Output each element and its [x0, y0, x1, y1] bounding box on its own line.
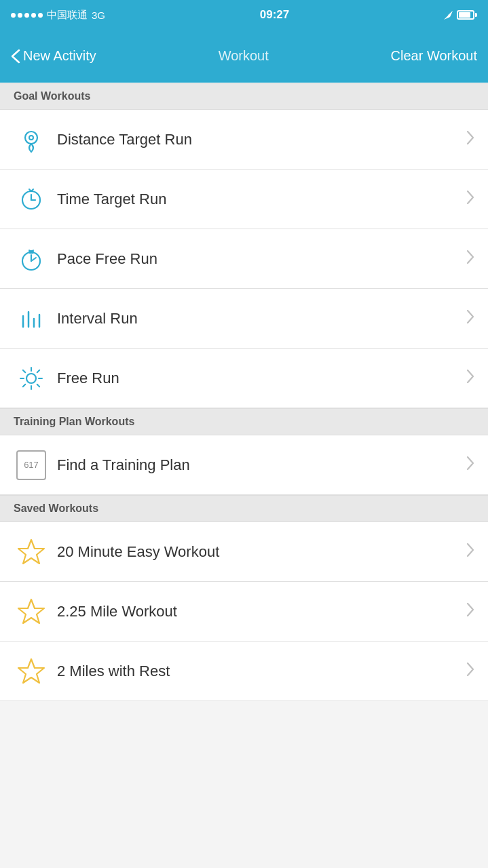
star-icon	[14, 597, 49, 627]
interval-icon	[14, 305, 49, 332]
status-right	[444, 10, 477, 20]
distance-target-run-label: Distance Target Run	[57, 131, 461, 149]
chevron-icon	[466, 369, 474, 388]
pace-clock-icon	[14, 245, 49, 273]
back-chevron-icon	[11, 49, 20, 64]
find-training-plan-label: Find a Training Plan	[57, 456, 461, 474]
svg-marker-29	[18, 540, 44, 564]
list-item-distance-target-run[interactable]: Distance Target Run	[0, 110, 488, 170]
svg-line-25	[23, 370, 26, 372]
list-item-find-training-plan[interactable]: 617 Find a Training Plan	[0, 435, 488, 495]
list-item-interval-run[interactable]: Interval Run	[0, 289, 488, 349]
back-button[interactable]: New Activity	[11, 48, 96, 64]
bottom-area	[0, 701, 488, 868]
svg-line-28	[23, 384, 26, 387]
list-item-2-miles-rest[interactable]: 2 Miles with Rest	[0, 642, 488, 701]
chevron-icon	[466, 250, 474, 269]
svg-marker-30	[18, 599, 44, 623]
chevron-icon	[466, 662, 474, 681]
svg-point-20	[26, 374, 36, 383]
plan-box-icon: 617	[14, 450, 49, 480]
star-icon	[14, 656, 49, 686]
svg-line-27	[37, 370, 40, 372]
star-icon	[14, 537, 49, 567]
chevron-icon	[466, 309, 474, 328]
20-minute-easy-workout-label: 20 Minute Easy Workout	[57, 543, 461, 561]
chevron-icon	[466, 542, 474, 561]
status-bar: 中国联通 3G 09:27	[0, 0, 488, 30]
list-item-225-mile-workout[interactable]: 2.25 Mile Workout	[0, 582, 488, 642]
free-run-label: Free Run	[57, 370, 461, 387]
2-miles-rest-label: 2 Miles with Rest	[57, 663, 461, 680]
list-item-time-target-run[interactable]: Time Target Run	[0, 170, 488, 229]
section-header-goal-workouts: Goal Workouts	[0, 83, 488, 110]
section-header-saved-workouts: Saved Workouts	[0, 495, 488, 522]
sun-icon	[14, 365, 49, 392]
chevron-icon	[466, 456, 474, 475]
clear-workout-button[interactable]: Clear Workout	[391, 48, 477, 64]
location-icon	[444, 11, 453, 20]
clock-icon	[14, 186, 49, 213]
nav-title: Workout	[219, 48, 269, 64]
network-label: 3G	[92, 9, 105, 21]
nav-bar: New Activity Workout Clear Workout	[0, 30, 488, 83]
chevron-icon	[466, 130, 474, 149]
status-left: 中国联通 3G	[11, 9, 105, 22]
pin-icon	[14, 126, 49, 153]
list-item-20-minute-easy-workout[interactable]: 20 Minute Easy Workout	[0, 522, 488, 582]
chevron-icon	[466, 190, 474, 209]
svg-marker-31	[18, 659, 44, 683]
svg-point-2	[25, 132, 37, 144]
list-item-free-run[interactable]: Free Run	[0, 349, 488, 408]
battery-icon	[457, 10, 477, 20]
interval-run-label: Interval Run	[57, 310, 461, 328]
svg-point-3	[29, 136, 33, 140]
225-mile-workout-label: 2.25 Mile Workout	[57, 603, 461, 620]
time-display: 09:27	[260, 8, 289, 22]
signal-dots	[11, 13, 43, 18]
pace-free-run-label: Pace Free Run	[57, 250, 461, 268]
carrier-label: 中国联通	[47, 9, 88, 22]
section-header-training-plan: Training Plan Workouts	[0, 408, 488, 435]
time-target-run-label: Time Target Run	[57, 191, 461, 208]
chevron-icon	[466, 602, 474, 621]
svg-line-26	[37, 384, 40, 387]
back-label: New Activity	[23, 48, 96, 64]
content-area: Goal Workouts Distance Target Run	[0, 83, 488, 701]
list-item-pace-free-run[interactable]: Pace Free Run	[0, 229, 488, 289]
